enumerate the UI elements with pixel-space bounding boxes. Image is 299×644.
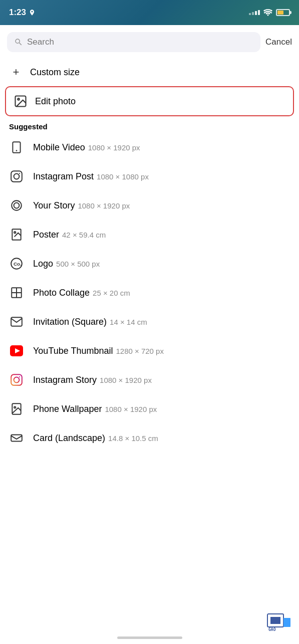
- list-item[interactable]: Instagram Post1080 × 1080 px: [0, 162, 299, 191]
- status-bar: 1:23: [0, 0, 299, 25]
- item-label: YouTube Thumbnail1280 × 720 px: [33, 346, 164, 356]
- svg-point-8: [14, 203, 20, 208]
- list-item[interactable]: Phone Wallpaper1080 × 1920 px: [0, 394, 299, 423]
- list-item[interactable]: Photo Collage25 × 20 cm: [0, 278, 299, 307]
- svg-point-7: [12, 200, 22, 210]
- svg-point-22: [14, 406, 16, 408]
- item-label: Logo500 × 500 px: [33, 259, 100, 269]
- battery-icon: [276, 9, 290, 16]
- edit-photo-item[interactable]: Edit photo: [5, 86, 294, 116]
- mobile-video-icon: [9, 140, 24, 155]
- list-item[interactable]: Co. Logo500 × 500 px: [0, 249, 299, 278]
- status-time: 1:23: [9, 8, 36, 18]
- item-label: Mobile Video1080 × 1920 px: [33, 142, 140, 153]
- item-label: Instagram Story1080 × 1920 px: [33, 375, 152, 385]
- svg-rect-4: [11, 171, 22, 182]
- svg-text:Co.: Co.: [14, 261, 22, 267]
- card-landscape-icon: [9, 431, 24, 446]
- poster-icon: [9, 227, 24, 242]
- list-item[interactable]: YouTube Thumbnail1280 × 720 px: [0, 336, 299, 365]
- svg-point-1: [18, 98, 20, 100]
- svg-point-20: [19, 376, 20, 377]
- invitation-icon: [9, 314, 24, 329]
- custom-size-item[interactable]: + Custom size: [0, 58, 299, 86]
- phone-wallpaper-icon: [9, 401, 24, 416]
- list-item[interactable]: Card (Landscape)14.8 × 10.5 cm: [0, 423, 299, 453]
- photo-collage-icon: [9, 285, 24, 300]
- svg-rect-25: [283, 618, 290, 627]
- search-icon: [14, 38, 23, 47]
- svg-point-19: [14, 377, 20, 383]
- search-input[interactable]: [27, 37, 253, 47]
- instagram-post-icon: [9, 169, 24, 184]
- youtube-thumbnail-icon: [9, 343, 24, 358]
- item-label: Phone Wallpaper1080 × 1920 px: [33, 404, 157, 414]
- time-label: 1:23: [9, 8, 26, 18]
- svg-point-6: [19, 173, 20, 174]
- watermark: GAO: [266, 613, 294, 633]
- status-icons: [249, 9, 290, 16]
- list-item[interactable]: Poster42 × 59.4 cm: [0, 220, 299, 249]
- item-label: Card (Landscape)14.8 × 10.5 cm: [33, 433, 158, 444]
- item-label: Photo Collage25 × 20 cm: [33, 288, 130, 298]
- suggested-heading: Suggested: [0, 118, 299, 133]
- svg-point-5: [14, 174, 20, 179]
- signal-icon: [249, 10, 260, 15]
- item-label: Poster42 × 59.4 cm: [33, 230, 106, 240]
- list-item[interactable]: Instagram Story1080 × 1920 px: [0, 365, 299, 394]
- search-input-wrapper[interactable]: [7, 32, 260, 52]
- item-label: Instagram Post1080 × 1080 px: [33, 171, 149, 182]
- plus-icon: +: [9, 65, 23, 79]
- search-bar-container: Cancel: [0, 25, 299, 58]
- your-story-icon: [9, 198, 24, 213]
- instagram-story-icon: [9, 372, 24, 387]
- item-label: Invitation (Square)14 × 14 cm: [33, 317, 147, 327]
- svg-point-10: [14, 232, 16, 233]
- svg-rect-18: [11, 374, 22, 385]
- wifi-icon: [263, 9, 272, 16]
- list-item[interactable]: Invitation (Square)14 × 14 cm: [0, 307, 299, 336]
- list-item[interactable]: Your Story1080 × 1920 px: [0, 191, 299, 220]
- edit-photo-label: Edit photo: [35, 96, 76, 107]
- cancel-button[interactable]: Cancel: [265, 35, 292, 49]
- item-label: Your Story1080 × 1920 px: [33, 200, 130, 211]
- custom-size-label: Custom size: [30, 67, 80, 78]
- location-icon: [29, 9, 36, 16]
- home-indicator: [117, 636, 182, 639]
- svg-rect-24: [270, 617, 280, 624]
- logo-icon: Co.: [9, 256, 24, 271]
- edit-photo-icon: [13, 94, 28, 109]
- list-item[interactable]: Mobile Video1080 × 1920 px: [0, 133, 299, 162]
- svg-text:GAO: GAO: [268, 627, 276, 632]
